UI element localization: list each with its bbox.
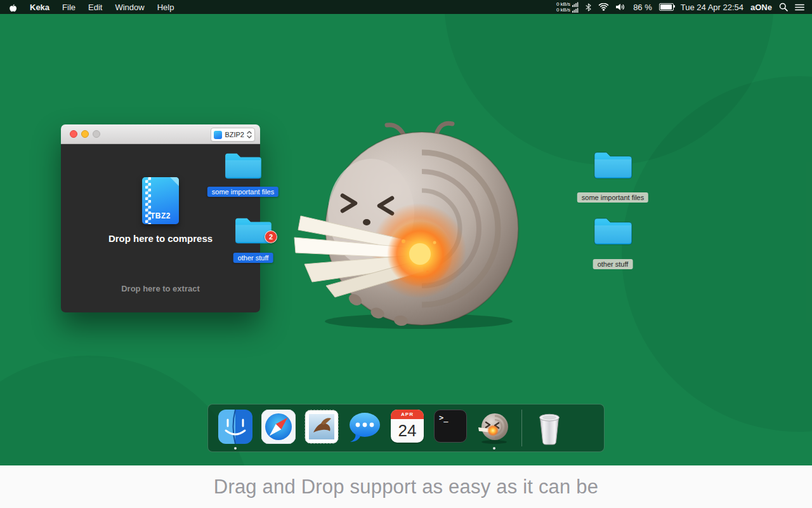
keka-mascot-illustration <box>292 121 539 331</box>
running-indicator <box>493 447 495 450</box>
desktop-folder-label: some important files <box>577 192 648 203</box>
format-dropdown[interactable]: BZIP2 <box>211 128 255 142</box>
dock-calendar-icon[interactable]: APR 24 <box>391 410 425 444</box>
desktop-folder-label: other stuff <box>593 259 633 269</box>
battery-fill <box>660 4 672 10</box>
net-down-bars-icon <box>572 8 579 13</box>
desktop-folder-some-important-files[interactable] <box>593 149 633 184</box>
dragged-folder-label: other stuff <box>233 253 273 263</box>
dragged-folder-some-important-files[interactable] <box>223 150 263 184</box>
dock-messages-icon[interactable] <box>348 410 382 444</box>
desktop: Keka File Edit Window Help 0 kB/s 0 kB/s <box>0 0 812 508</box>
dropdown-chevrons-icon <box>247 130 252 139</box>
menu-bar: Keka File Edit Window Help 0 kB/s 0 kB/s <box>0 0 812 14</box>
file-type-label: TBZ2 <box>142 211 179 220</box>
notification-center-icon[interactable] <box>795 4 804 11</box>
dock-trash-icon[interactable] <box>532 410 566 444</box>
dock-finder-icon[interactable] <box>218 410 252 444</box>
close-button[interactable] <box>70 130 77 138</box>
apple-menu-icon[interactable] <box>9 3 17 12</box>
extract-drop-zone[interactable]: Drop here to extract <box>61 284 260 293</box>
dock-mail-icon[interactable] <box>304 410 339 444</box>
app-menu-keka[interactable]: Keka <box>30 3 49 12</box>
folder-icon <box>593 149 633 182</box>
user-menu[interactable]: aONe <box>750 3 772 12</box>
calendar-day: 24 <box>391 419 424 442</box>
battery-percent: 86 % <box>633 3 652 12</box>
desktop-folder-other-stuff[interactable] <box>593 215 633 250</box>
calendar-month: APR <box>391 410 424 419</box>
net-up-bars-icon <box>572 2 579 7</box>
folder-icon <box>223 150 263 182</box>
minimize-button[interactable] <box>81 130 89 138</box>
battery-icon[interactable] <box>659 3 674 11</box>
format-value: BZIP2 <box>225 131 244 138</box>
tbz2-file-icon: TBZ2 <box>142 177 179 224</box>
drag-count-badge: 2 <box>265 231 277 243</box>
spotlight-search-icon[interactable] <box>779 3 788 11</box>
compress-label: Drop here to compress <box>61 233 260 244</box>
wifi-icon[interactable] <box>598 3 609 11</box>
menu-file[interactable]: File <box>62 3 75 12</box>
menu-clock[interactable]: Tue 24 Apr 22:54 <box>681 3 743 12</box>
dock: APR 24 >_ <box>207 404 605 452</box>
page-fold <box>170 177 179 186</box>
format-file-icon <box>214 131 222 139</box>
dock-keka-icon[interactable] <box>477 410 511 444</box>
net-up-speed: 0 kB/s <box>556 2 570 7</box>
dock-separator <box>521 410 522 446</box>
menu-window[interactable]: Window <box>115 3 144 12</box>
folder-icon <box>593 215 633 248</box>
caption-bar: Drag and Drop support as easy as it can … <box>0 465 812 508</box>
running-indicator <box>234 447 237 450</box>
zoom-button <box>93 130 100 138</box>
menu-help[interactable]: Help <box>157 3 174 12</box>
volume-icon[interactable] <box>616 3 626 11</box>
bluetooth-icon[interactable] <box>586 3 591 11</box>
terminal-prompt: >_ <box>439 413 448 422</box>
dock-safari-icon[interactable] <box>261 410 296 444</box>
network-monitor[interactable]: 0 kB/s 0 kB/s <box>556 2 579 13</box>
window-titlebar[interactable]: BZIP2 <box>61 124 260 144</box>
dock-terminal-icon[interactable]: >_ <box>434 410 468 444</box>
net-down-speed: 0 kB/s <box>556 8 570 13</box>
caption-text: Drag and Drop support as easy as it can … <box>214 476 598 498</box>
dragged-folder-label: some important files <box>207 187 278 197</box>
menu-edit[interactable]: Edit <box>88 3 102 12</box>
